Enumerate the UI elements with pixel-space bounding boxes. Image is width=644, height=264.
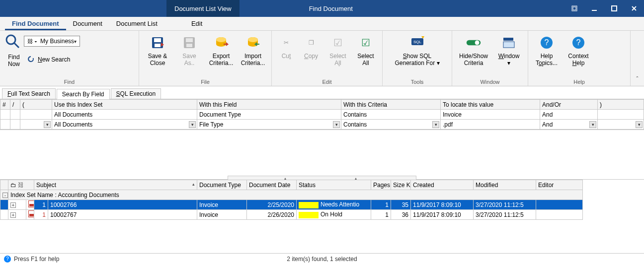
- criteria-col-num[interactable]: #: [0, 100, 10, 110]
- cell-docdate: 2/25/2020: [247, 200, 297, 210]
- criteria-cell-value[interactable]: .pdf: [441, 120, 540, 130]
- help-icon: ?: [539, 35, 555, 51]
- criteria-cell-indexset[interactable]: All Documents: [52, 110, 197, 120]
- results-group-row[interactable]: - Index Set Name : Accounting Documents: [0, 190, 583, 200]
- results-row[interactable]: + 1 10002766 Invoice 2/25/2020 Needs Att…: [0, 200, 583, 210]
- cell-created: 11/9/2017 8:09:10: [411, 210, 474, 220]
- criteria-cell-andor[interactable]: And: [540, 110, 598, 120]
- scope-link-icon: ⛓ ▾: [27, 38, 37, 44]
- new-search-button[interactable]: New Search: [38, 56, 70, 63]
- chevron-down-icon[interactable]: ▾: [636, 121, 643, 128]
- ribbon-collapse-button[interactable]: ˆ: [630, 31, 644, 86]
- results-row[interactable]: + 1 10002767 Invoice 2/26/2020 On Hold 1…: [0, 210, 583, 220]
- titlebar-section-tab[interactable]: Document List View: [166, 0, 240, 17]
- chevron-down-icon[interactable]: ▾: [589, 121, 596, 128]
- criteria-cell-field[interactable]: File Type▾: [197, 120, 341, 130]
- close-button[interactable]: [624, 0, 644, 17]
- criteria-col-index-set[interactable]: Use this Index Set: [52, 100, 197, 110]
- col-modified[interactable]: Modified: [474, 180, 536, 190]
- col-subject[interactable]: Subject▴: [34, 180, 197, 190]
- statusbar-help-text: Press F1 for help: [14, 256, 59, 263]
- svg-rect-3: [612, 6, 617, 11]
- restore-down-icon[interactable]: [564, 0, 584, 17]
- col-expand[interactable]: [0, 180, 8, 190]
- minimize-button[interactable]: [584, 0, 604, 17]
- hide-show-criteria-button[interactable]: Hide/Show Criteria: [456, 33, 491, 67]
- refresh-icon: [27, 55, 35, 65]
- criteria-col-value[interactable]: To locate this value: [441, 100, 540, 110]
- criteria-col-field[interactable]: With this Field: [197, 100, 341, 110]
- cell-doctype: Invoice: [197, 200, 247, 210]
- criteria-col-slash[interactable]: /: [10, 100, 20, 110]
- scissors-icon: ✂: [278, 35, 294, 51]
- cut-button[interactable]: ✂ Cut: [276, 33, 297, 60]
- expand-icon[interactable]: +: [10, 212, 16, 218]
- scope-select[interactable]: ⛓ ▾ My Business ▾: [24, 36, 80, 47]
- criteria-row[interactable]: ▾ All Documents▾ File Type▾ Contains▾ .p…: [0, 120, 644, 130]
- window-dropdown-button[interactable]: Window▾: [494, 33, 524, 67]
- copy-button[interactable]: ❐ Copy: [300, 33, 322, 60]
- select-all-button[interactable]: ☑ Select All: [353, 33, 378, 67]
- maximize-button[interactable]: [604, 0, 624, 17]
- col-status[interactable]: Status: [297, 180, 371, 190]
- svg-rect-13: [186, 44, 192, 47]
- chevron-down-icon[interactable]: ▾: [189, 121, 196, 128]
- titlebar: Document List View Find Document: [0, 0, 644, 17]
- status-swatch: [299, 212, 319, 218]
- criteria-col-paren-close[interactable]: ): [598, 100, 644, 110]
- criteria-cell-criteria[interactable]: Contains: [341, 110, 441, 120]
- show-sql-generation-button[interactable]: SQL Show SQLGeneration For ▾: [388, 33, 447, 67]
- criteria-col-criteria[interactable]: With this Criteria: [341, 100, 441, 110]
- import-criteria-button[interactable]: Import Criteria...: [239, 33, 267, 67]
- col-sizek[interactable]: Size K: [391, 180, 411, 190]
- menu-document[interactable]: Document: [66, 17, 109, 30]
- cell-modified: 3/27/2020 11:12:5: [474, 200, 536, 210]
- col-doctype[interactable]: Document Type: [197, 180, 247, 190]
- context-help-button[interactable]: ? ContextHelp: [564, 33, 593, 67]
- tab-sql-execution[interactable]: SQL Execution: [111, 88, 161, 99]
- criteria-col-andor[interactable]: And/Or: [540, 100, 598, 110]
- collapse-icon[interactable]: -: [2, 193, 8, 198]
- col-editor[interactable]: Editor: [536, 180, 583, 190]
- criteria-cell-criteria[interactable]: Contains▾: [341, 120, 441, 130]
- menu-document-list[interactable]: Document List: [109, 17, 164, 30]
- col-docdate[interactable]: Document Date: [247, 180, 297, 190]
- save-close-icon: [150, 35, 165, 51]
- cell-modified: 3/27/2020 11:12:5: [474, 210, 536, 220]
- expand-icon[interactable]: +: [10, 202, 16, 208]
- criteria-cell-indexset[interactable]: All Documents▾: [52, 120, 197, 130]
- tab-search-by-field[interactable]: Search By Field: [57, 89, 110, 99]
- chevron-down-icon[interactable]: ▾: [432, 121, 439, 128]
- cell-created: 11/9/2017 8:09:10: [411, 200, 474, 210]
- criteria-cell-value[interactable]: Invoice: [441, 110, 540, 120]
- chevron-down-icon[interactable]: ▾: [333, 121, 340, 128]
- criteria-cell-andor[interactable]: And▾: [540, 120, 598, 130]
- find-now-button[interactable]: Find Now: [4, 52, 24, 68]
- window-title: Find Document: [240, 0, 564, 17]
- save-as-button[interactable]: Save As..: [175, 33, 204, 67]
- col-created[interactable]: Created: [411, 180, 474, 190]
- criteria-header-row: # / ( Use this Index Set With this Field…: [0, 100, 644, 110]
- save-close-button[interactable]: Save & Close: [143, 33, 172, 67]
- cell-sizek: 35: [391, 200, 411, 210]
- statusbar-summary: 2 item(s) found, 1 selected: [287, 256, 357, 263]
- menu-find-document[interactable]: Find Document: [5, 17, 66, 30]
- cell-pages: 1: [371, 210, 391, 220]
- criteria-row[interactable]: All Documents Document Type Contains Inv…: [0, 110, 644, 120]
- select-all-button-disabled[interactable]: ☑ SelectAll: [325, 33, 350, 67]
- criteria-cell-field[interactable]: Document Type: [197, 110, 341, 120]
- help-topics-button[interactable]: ? HelpTopics...: [532, 33, 561, 67]
- cell-idx: 1: [34, 200, 48, 210]
- criteria-col-paren-open[interactable]: (: [20, 100, 52, 110]
- ribbon-group-tools: SQL Show SQLGeneration For ▾ Tools: [383, 31, 452, 86]
- export-criteria-button[interactable]: Export Criteria...: [207, 33, 236, 67]
- tab-full-text-search[interactable]: Full Text Search: [2, 88, 56, 99]
- ribbon-group-help: ? HelpTopics... ? ContextHelp Help: [528, 31, 630, 86]
- splitter-handle[interactable]: ▴ ▴: [228, 176, 416, 180]
- folder-icon: 🗀: [10, 182, 16, 189]
- col-icons[interactable]: 🗀 ⛓: [8, 180, 34, 190]
- col-pages[interactable]: Pages: [371, 180, 391, 190]
- chevron-down-icon: ▾: [74, 39, 77, 44]
- menu-edit[interactable]: Edit: [184, 17, 209, 30]
- chevron-down-icon[interactable]: ▾: [44, 121, 51, 128]
